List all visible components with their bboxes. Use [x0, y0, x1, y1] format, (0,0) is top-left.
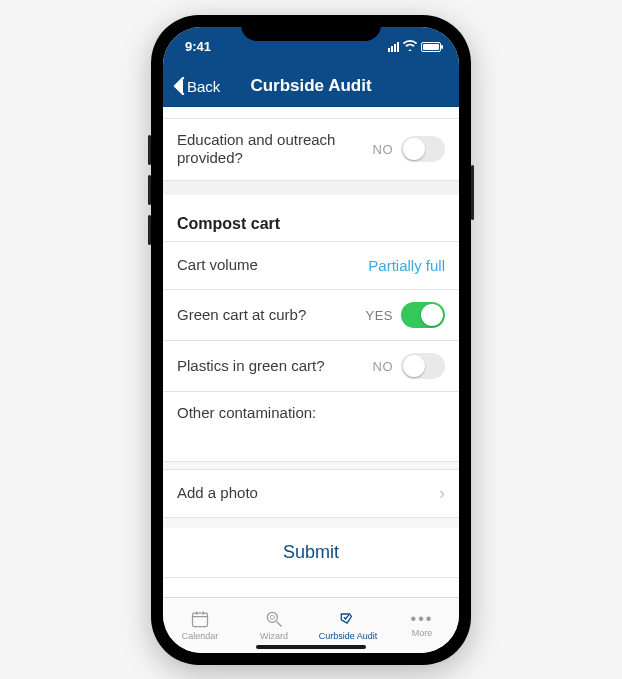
row-label: Education and outreach provided?	[177, 131, 373, 169]
back-button[interactable]: Back	[163, 77, 230, 95]
toggle-state-text: YES	[365, 308, 393, 323]
home-indicator[interactable]	[256, 645, 366, 649]
battery-icon	[421, 42, 441, 52]
toggle-state-text: NO	[373, 142, 394, 157]
clipboard-check-icon	[337, 609, 359, 629]
back-label: Back	[187, 78, 220, 95]
row-cart-volume[interactable]: Cart volume Partially full	[163, 242, 459, 290]
svg-point-6	[270, 615, 274, 619]
toggle-state-text: NO	[373, 359, 394, 374]
phone-frame: 9:41 Back Curbside Audit Notification me…	[151, 15, 471, 665]
tab-more[interactable]: ••• More	[385, 598, 459, 653]
status-indicators	[388, 40, 441, 54]
notch	[241, 15, 381, 41]
submit-label: Submit	[283, 542, 339, 562]
tab-label: Calendar	[182, 631, 219, 641]
row-label: Plastics in green cart?	[177, 357, 373, 376]
magnifier-icon	[263, 609, 285, 629]
row-education-outreach: Education and outreach provided? NO	[163, 119, 459, 182]
screen: 9:41 Back Curbside Audit Notification me…	[163, 27, 459, 653]
calendar-icon	[189, 609, 211, 629]
more-icon: •••	[411, 612, 434, 626]
education-toggle[interactable]	[401, 136, 445, 162]
section-header-compost: Compost cart	[163, 181, 459, 242]
signal-icon	[388, 42, 399, 52]
row-plastics-in-green-cart: Plastics in green cart? NO	[163, 341, 459, 392]
chevron-left-icon	[173, 77, 185, 95]
row-label: Add a photo	[177, 484, 439, 503]
tab-label: Curbside Audit	[319, 631, 378, 641]
svg-rect-0	[193, 613, 208, 626]
spacer	[163, 462, 459, 470]
svg-line-5	[277, 622, 282, 627]
row-add-photo[interactable]: Add a photo ›	[163, 470, 459, 518]
tab-calendar[interactable]: Calendar	[163, 598, 237, 653]
row-label: Cart volume	[177, 256, 368, 275]
cart-volume-value: Partially full	[368, 257, 445, 274]
row-notification-method[interactable]: Notification method ›	[163, 107, 459, 119]
status-time: 9:41	[185, 39, 211, 54]
plastics-toggle[interactable]	[401, 353, 445, 379]
svg-point-4	[267, 612, 277, 622]
form-content[interactable]: Notification method › Education and outr…	[163, 107, 459, 597]
row-other-contamination[interactable]: Other contamination:	[163, 392, 459, 462]
nav-bar: Back Curbside Audit	[163, 67, 459, 107]
row-label: Other contamination:	[177, 404, 316, 421]
row-green-cart-at-curb: Green cart at curb? YES	[163, 290, 459, 341]
wifi-icon	[403, 40, 417, 54]
row-label: Green cart at curb?	[177, 306, 365, 325]
chevron-right-icon: ›	[439, 483, 445, 504]
tab-label: Wizard	[260, 631, 288, 641]
tab-label: More	[412, 628, 433, 638]
submit-button[interactable]: Submit	[163, 518, 459, 578]
green-cart-toggle[interactable]	[401, 302, 445, 328]
